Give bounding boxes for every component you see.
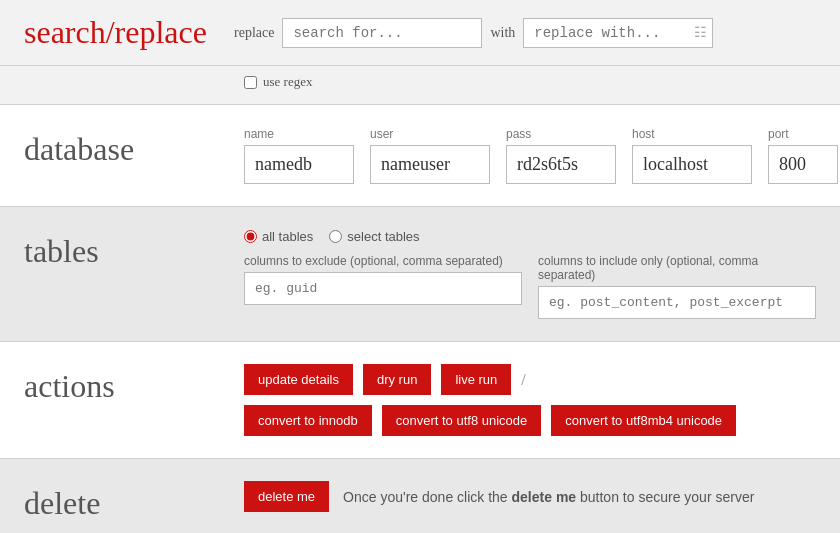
select-tables-option[interactable]: select tables [329, 229, 419, 244]
db-pass-input[interactable] [506, 145, 616, 184]
db-user-field: user [370, 127, 490, 184]
delete-me-button[interactable]: delete me [244, 481, 329, 512]
tables-label: tables [24, 229, 244, 270]
delete-row: delete me Once you're done click the del… [244, 481, 816, 512]
select-tables-label: select tables [347, 229, 419, 244]
delete-text-before: Once you're done click the [343, 489, 511, 505]
include-field: columns to include only (optional, comma… [538, 254, 816, 319]
delete-description: Once you're done click the delete me but… [343, 489, 754, 505]
actions-label: actions [24, 364, 244, 405]
title-separator: / [106, 14, 115, 50]
use-regex-label: use regex [263, 74, 312, 90]
columns-row: columns to exclude (optional, comma sepa… [244, 254, 816, 319]
all-tables-label: all tables [262, 229, 313, 244]
delete-content: delete me Once you're done click the del… [244, 481, 816, 512]
use-regex-checkbox[interactable] [244, 76, 257, 89]
title-part2: replace [115, 14, 207, 50]
replace-input[interactable] [523, 18, 713, 48]
replace-icon: ☷ [694, 24, 707, 41]
search-input[interactable] [282, 18, 482, 48]
app-title: search/replace [24, 14, 224, 51]
db-user-input[interactable] [370, 145, 490, 184]
dry-run-button[interactable]: dry run [363, 364, 431, 395]
db-host-label: host [632, 127, 752, 141]
actions-row-2: convert to innodb convert to utf8 unicod… [244, 405, 816, 436]
include-label: columns to include only (optional, comma… [538, 254, 816, 282]
search-replace-row: replace with ☷ [234, 18, 816, 48]
regex-row: use regex [0, 66, 840, 105]
convert-innodb-button[interactable]: convert to innodb [244, 405, 372, 436]
live-run-button[interactable]: live run [441, 364, 511, 395]
actions-content: update details dry run live run / conver… [244, 364, 816, 436]
title-part1: search [24, 14, 106, 50]
delete-text-after: button to secure your server [576, 489, 754, 505]
select-tables-radio[interactable] [329, 230, 342, 243]
tables-radio-row: all tables select tables [244, 229, 816, 244]
with-label: with [490, 25, 515, 41]
db-name-label: name [244, 127, 354, 141]
db-fields: name user pass host port [244, 127, 838, 184]
delete-section: delete delete me Once you're done click … [0, 459, 840, 533]
delete-text-bold: delete me [512, 489, 577, 505]
exclude-input[interactable] [244, 272, 522, 305]
database-content: name user pass host port [244, 127, 838, 184]
db-pass-field: pass [506, 127, 616, 184]
convert-utf8mb4-button[interactable]: convert to utf8mb4 unicode [551, 405, 736, 436]
all-tables-option[interactable]: all tables [244, 229, 313, 244]
database-label: database [24, 127, 244, 168]
db-port-field: port [768, 127, 838, 184]
exclude-label: columns to exclude (optional, comma sepa… [244, 254, 522, 268]
slash-separator: / [521, 371, 525, 389]
replace-label: replace [234, 25, 274, 41]
database-section: database name user pass host port [0, 105, 840, 207]
db-port-input[interactable] [768, 145, 838, 184]
actions-row-1: update details dry run live run / [244, 364, 816, 395]
convert-utf8-button[interactable]: convert to utf8 unicode [382, 405, 542, 436]
delete-label: delete [24, 481, 244, 522]
db-name-input[interactable] [244, 145, 354, 184]
db-pass-label: pass [506, 127, 616, 141]
actions-section: actions update details dry run live run … [0, 342, 840, 459]
exclude-field: columns to exclude (optional, comma sepa… [244, 254, 522, 319]
all-tables-radio[interactable] [244, 230, 257, 243]
include-input[interactable] [538, 286, 816, 319]
db-name-field: name [244, 127, 354, 184]
db-user-label: user [370, 127, 490, 141]
replace-input-wrapper: ☷ [523, 18, 713, 48]
tables-content: all tables select tables columns to excl… [244, 229, 816, 319]
db-port-label: port [768, 127, 838, 141]
update-details-button[interactable]: update details [244, 364, 353, 395]
header-section: search/replace replace with ☷ [0, 0, 840, 66]
tables-section: tables all tables select tables columns … [0, 207, 840, 342]
db-host-field: host [632, 127, 752, 184]
db-host-input[interactable] [632, 145, 752, 184]
